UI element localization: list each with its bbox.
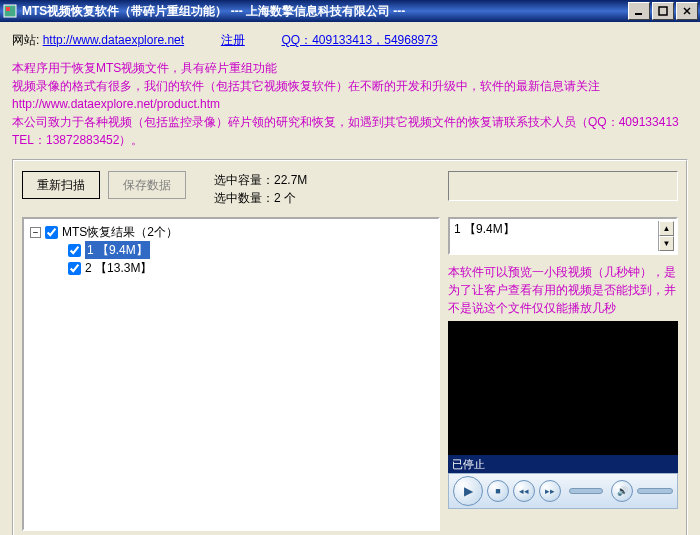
- tree-item-checkbox[interactable]: [68, 244, 81, 257]
- video-preview: [448, 321, 678, 455]
- file-list[interactable]: 1 【9.4M】 ▲ ▼: [448, 217, 678, 255]
- close-button[interactable]: [676, 2, 698, 20]
- tree-item-label: 2 【13.3M】: [85, 259, 152, 277]
- scroll-down-icon[interactable]: ▼: [659, 236, 674, 251]
- mute-button[interactable]: 🔊: [611, 480, 633, 502]
- main-panel: 重新扫描 保存数据 选中容量：22.7M 选中数量：2 个 − MTS恢复结果（…: [12, 159, 688, 535]
- tree-item[interactable]: 2 【13.3M】: [30, 259, 432, 277]
- svg-rect-1: [6, 7, 10, 11]
- stats: 选中容量：22.7M 选中数量：2 个: [194, 171, 440, 207]
- titlebar: MTS视频恢复软件（带碎片重组功能） --- 上海数擎信息科技有限公司 ---: [0, 0, 700, 22]
- description: 本程序用于恢复MTS视频文件，具有碎片重组功能 视频录像的格式有很多，我们的软件…: [12, 57, 688, 159]
- volume-bar[interactable]: [637, 488, 673, 494]
- next-button[interactable]: ▸▸: [539, 480, 561, 502]
- site-link[interactable]: http://www.dataexplore.net: [43, 33, 184, 47]
- window-title: MTS视频恢复软件（带碎片重组功能） --- 上海数擎信息科技有限公司 ---: [22, 3, 628, 20]
- scroll-up-icon[interactable]: ▲: [659, 221, 674, 236]
- register-link[interactable]: 注册: [221, 33, 245, 47]
- minimize-button[interactable]: [628, 2, 650, 20]
- progress-area: [448, 171, 678, 201]
- tree-item-checkbox[interactable]: [68, 262, 81, 275]
- collapse-icon[interactable]: −: [30, 227, 41, 238]
- media-player: ▶ ■ ◂◂ ▸▸ 🔊: [448, 473, 678, 509]
- player-status: 已停止: [448, 455, 678, 473]
- tree-item[interactable]: 1 【9.4M】: [30, 241, 432, 259]
- tree-root-checkbox[interactable]: [45, 226, 58, 239]
- scrollbar[interactable]: ▲ ▼: [658, 221, 674, 251]
- preview-note: 本软件可以预览一小段视频（几秒钟），是为了让客户查看有用的视频是否能找到，并不是…: [448, 255, 678, 321]
- play-button[interactable]: ▶: [453, 476, 483, 506]
- seek-bar[interactable]: [569, 488, 603, 494]
- qq-link[interactable]: QQ：409133413，54968973: [281, 33, 437, 47]
- prev-button[interactable]: ◂◂: [513, 480, 535, 502]
- file-list-item[interactable]: 1 【9.4M】: [452, 221, 658, 238]
- app-icon: [2, 3, 18, 19]
- stop-button[interactable]: ■: [487, 480, 509, 502]
- tree-item-selected: 1 【9.4M】: [85, 241, 150, 259]
- rescan-button[interactable]: 重新扫描: [22, 171, 100, 199]
- top-links: 网站: http://www.dataexplore.net 注册 QQ：409…: [12, 28, 688, 57]
- site-label: 网站:: [12, 33, 43, 47]
- tree-root-row[interactable]: − MTS恢复结果（2个）: [30, 223, 432, 241]
- maximize-button[interactable]: [652, 2, 674, 20]
- result-tree[interactable]: − MTS恢复结果（2个） 1 【9.4M】 2 【13.3M】: [22, 217, 440, 531]
- svg-rect-3: [659, 7, 667, 15]
- tree-root-label: MTS恢复结果（2个）: [62, 223, 178, 241]
- save-button: 保存数据: [108, 171, 186, 199]
